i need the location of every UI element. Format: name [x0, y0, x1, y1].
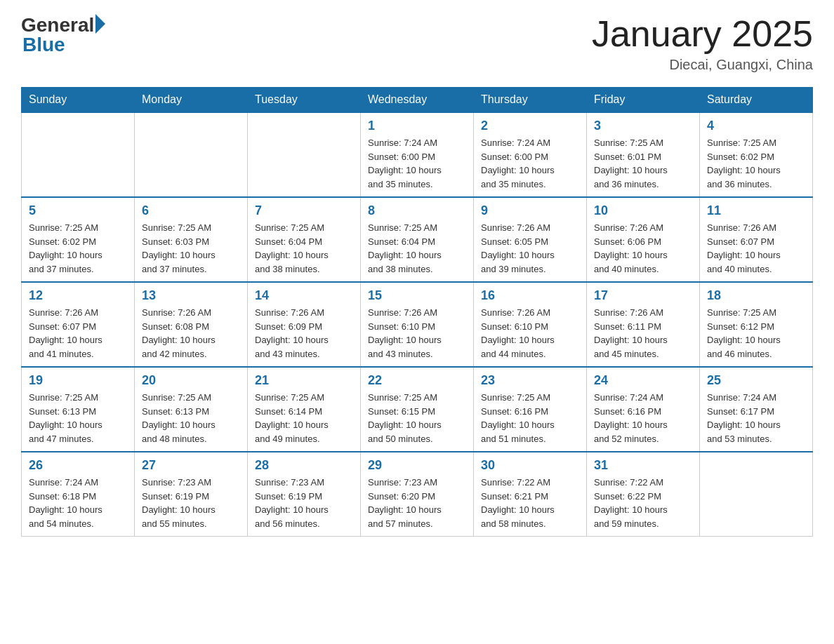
- calendar-cell: 17Sunrise: 7:26 AMSunset: 6:11 PMDayligh…: [587, 282, 700, 367]
- day-info: Sunrise: 7:26 AMSunset: 6:05 PMDaylight:…: [481, 221, 579, 276]
- day-info: Sunrise: 7:23 AMSunset: 6:20 PMDaylight:…: [368, 476, 466, 530]
- day-info: Sunrise: 7:25 AMSunset: 6:02 PMDaylight:…: [707, 136, 805, 191]
- day-number: 14: [255, 288, 353, 303]
- calendar-cell: 26Sunrise: 7:24 AMSunset: 6:18 PMDayligh…: [22, 452, 135, 537]
- week-row: 19Sunrise: 7:25 AMSunset: 6:13 PMDayligh…: [22, 367, 813, 452]
- day-info: Sunrise: 7:25 AMSunset: 6:04 PMDaylight:…: [368, 221, 466, 276]
- calendar-cell: 15Sunrise: 7:26 AMSunset: 6:10 PMDayligh…: [361, 282, 474, 367]
- day-of-week-header: Wednesday: [361, 88, 474, 113]
- day-number: 23: [481, 373, 579, 388]
- day-of-week-header: Sunday: [22, 88, 135, 113]
- day-info: Sunrise: 7:26 AMSunset: 6:08 PMDaylight:…: [142, 306, 240, 361]
- logo-blue-text: Blue: [22, 34, 65, 56]
- calendar-cell: 30Sunrise: 7:22 AMSunset: 6:21 PMDayligh…: [474, 452, 587, 537]
- day-info: Sunrise: 7:24 AMSunset: 6:00 PMDaylight:…: [481, 136, 579, 191]
- day-number: 29: [368, 458, 466, 473]
- day-info: Sunrise: 7:25 AMSunset: 6:12 PMDaylight:…: [707, 306, 805, 361]
- location: Diecai, Guangxi, China: [592, 57, 813, 73]
- calendar-cell: 24Sunrise: 7:24 AMSunset: 6:16 PMDayligh…: [587, 367, 700, 452]
- day-of-week-header: Monday: [135, 88, 248, 113]
- title-section: January 2025 Diecai, Guangxi, China: [592, 14, 813, 73]
- day-info: Sunrise: 7:25 AMSunset: 6:14 PMDaylight:…: [255, 391, 353, 445]
- day-info: Sunrise: 7:26 AMSunset: 6:10 PMDaylight:…: [481, 306, 579, 361]
- calendar-cell: 13Sunrise: 7:26 AMSunset: 6:08 PMDayligh…: [135, 282, 248, 367]
- logo: General Blue: [21, 14, 105, 56]
- calendar-cell: 16Sunrise: 7:26 AMSunset: 6:10 PMDayligh…: [474, 282, 587, 367]
- day-number: 1: [368, 119, 466, 133]
- day-info: Sunrise: 7:22 AMSunset: 6:21 PMDaylight:…: [481, 476, 579, 530]
- day-number: 18: [707, 288, 805, 303]
- day-number: 2: [481, 119, 579, 133]
- logo-arrow-icon: [95, 14, 105, 34]
- calendar-cell: 28Sunrise: 7:23 AMSunset: 6:19 PMDayligh…: [248, 452, 361, 537]
- day-info: Sunrise: 7:25 AMSunset: 6:04 PMDaylight:…: [255, 221, 353, 276]
- calendar-cell: 14Sunrise: 7:26 AMSunset: 6:09 PMDayligh…: [248, 282, 361, 367]
- week-row: 26Sunrise: 7:24 AMSunset: 6:18 PMDayligh…: [22, 452, 813, 537]
- calendar-cell: 2Sunrise: 7:24 AMSunset: 6:00 PMDaylight…: [474, 112, 587, 197]
- day-number: 4: [707, 119, 805, 133]
- day-number: 10: [594, 203, 692, 218]
- day-number: 6: [142, 203, 240, 218]
- calendar-cell: [700, 452, 813, 537]
- day-info: Sunrise: 7:23 AMSunset: 6:19 PMDaylight:…: [142, 476, 240, 530]
- calendar-cell: 10Sunrise: 7:26 AMSunset: 6:06 PMDayligh…: [587, 197, 700, 282]
- day-number: 21: [255, 373, 353, 388]
- calendar-cell: [248, 112, 361, 197]
- calendar-cell: 25Sunrise: 7:24 AMSunset: 6:17 PMDayligh…: [700, 367, 813, 452]
- page-header: General Blue January 2025 Diecai, Guangx…: [21, 14, 813, 73]
- day-of-week-header: Thursday: [474, 88, 587, 113]
- day-info: Sunrise: 7:25 AMSunset: 6:16 PMDaylight:…: [481, 391, 579, 445]
- day-number: 12: [29, 288, 127, 303]
- day-info: Sunrise: 7:25 AMSunset: 6:02 PMDaylight:…: [29, 221, 127, 276]
- calendar-table: SundayMondayTuesdayWednesdayThursdayFrid…: [21, 87, 813, 537]
- day-info: Sunrise: 7:25 AMSunset: 6:13 PMDaylight:…: [142, 391, 240, 445]
- calendar-cell: 12Sunrise: 7:26 AMSunset: 6:07 PMDayligh…: [22, 282, 135, 367]
- day-number: 30: [481, 458, 579, 473]
- calendar-cell: 23Sunrise: 7:25 AMSunset: 6:16 PMDayligh…: [474, 367, 587, 452]
- day-info: Sunrise: 7:25 AMSunset: 6:15 PMDaylight:…: [368, 391, 466, 445]
- day-info: Sunrise: 7:24 AMSunset: 6:17 PMDaylight:…: [707, 391, 805, 445]
- calendar-cell: 20Sunrise: 7:25 AMSunset: 6:13 PMDayligh…: [135, 367, 248, 452]
- day-info: Sunrise: 7:26 AMSunset: 6:10 PMDaylight:…: [368, 306, 466, 361]
- day-number: 24: [594, 373, 692, 388]
- day-of-week-header: Friday: [587, 88, 700, 113]
- calendar-cell: 8Sunrise: 7:25 AMSunset: 6:04 PMDaylight…: [361, 197, 474, 282]
- day-info: Sunrise: 7:24 AMSunset: 6:18 PMDaylight:…: [29, 476, 127, 530]
- day-number: 27: [142, 458, 240, 473]
- day-info: Sunrise: 7:26 AMSunset: 6:09 PMDaylight:…: [255, 306, 353, 361]
- day-of-week-header: Saturday: [700, 88, 813, 113]
- calendar-cell: [135, 112, 248, 197]
- day-info: Sunrise: 7:25 AMSunset: 6:13 PMDaylight:…: [29, 391, 127, 445]
- day-number: 5: [29, 203, 127, 218]
- day-number: 19: [29, 373, 127, 388]
- day-number: 11: [707, 203, 805, 218]
- calendar-cell: 3Sunrise: 7:25 AMSunset: 6:01 PMDaylight…: [587, 112, 700, 197]
- day-info: Sunrise: 7:24 AMSunset: 6:00 PMDaylight:…: [368, 136, 466, 191]
- calendar-cell: 18Sunrise: 7:25 AMSunset: 6:12 PMDayligh…: [700, 282, 813, 367]
- day-info: Sunrise: 7:25 AMSunset: 6:03 PMDaylight:…: [142, 221, 240, 276]
- day-info: Sunrise: 7:26 AMSunset: 6:07 PMDaylight:…: [29, 306, 127, 361]
- day-info: Sunrise: 7:22 AMSunset: 6:22 PMDaylight:…: [594, 476, 692, 530]
- day-of-week-header: Tuesday: [248, 88, 361, 113]
- day-number: 22: [368, 373, 466, 388]
- calendar-cell: [22, 112, 135, 197]
- day-number: 16: [481, 288, 579, 303]
- calendar-cell: 5Sunrise: 7:25 AMSunset: 6:02 PMDaylight…: [22, 197, 135, 282]
- day-number: 9: [481, 203, 579, 218]
- day-number: 26: [29, 458, 127, 473]
- calendar-cell: 27Sunrise: 7:23 AMSunset: 6:19 PMDayligh…: [135, 452, 248, 537]
- week-row: 5Sunrise: 7:25 AMSunset: 6:02 PMDaylight…: [22, 197, 813, 282]
- day-number: 8: [368, 203, 466, 218]
- calendar-cell: 31Sunrise: 7:22 AMSunset: 6:22 PMDayligh…: [587, 452, 700, 537]
- day-number: 25: [707, 373, 805, 388]
- week-row: 12Sunrise: 7:26 AMSunset: 6:07 PMDayligh…: [22, 282, 813, 367]
- day-info: Sunrise: 7:26 AMSunset: 6:11 PMDaylight:…: [594, 306, 692, 361]
- day-number: 28: [255, 458, 353, 473]
- week-row: 1Sunrise: 7:24 AMSunset: 6:00 PMDaylight…: [22, 112, 813, 197]
- calendar-cell: 29Sunrise: 7:23 AMSunset: 6:20 PMDayligh…: [361, 452, 474, 537]
- day-number: 20: [142, 373, 240, 388]
- calendar-cell: 7Sunrise: 7:25 AMSunset: 6:04 PMDaylight…: [248, 197, 361, 282]
- calendar-cell: 21Sunrise: 7:25 AMSunset: 6:14 PMDayligh…: [248, 367, 361, 452]
- day-number: 13: [142, 288, 240, 303]
- calendar-cell: 6Sunrise: 7:25 AMSunset: 6:03 PMDaylight…: [135, 197, 248, 282]
